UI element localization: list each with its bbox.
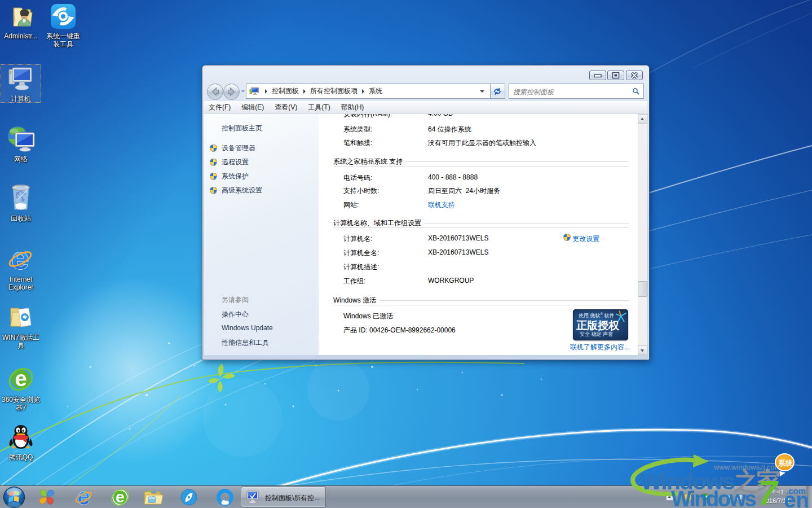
svg-text:e: e (11, 246, 29, 273)
svg-text:e: e (77, 487, 90, 507)
